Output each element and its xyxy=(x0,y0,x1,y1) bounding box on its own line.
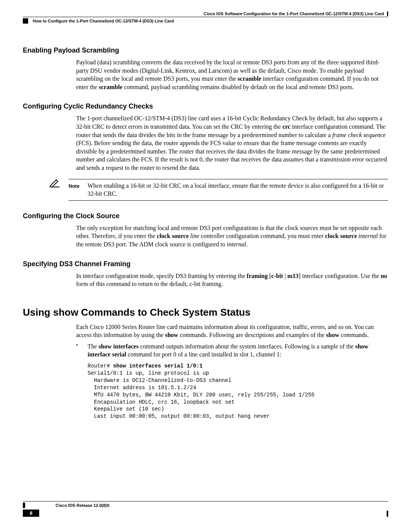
text: | xyxy=(283,273,287,279)
content: Enabling Payload Scrambling Payload (dat… xyxy=(23,46,388,420)
cmd-crc: crc xyxy=(282,123,290,130)
para-payload-scrambling: Payload (data) scrambling converts the d… xyxy=(76,58,388,91)
note-label: Note xyxy=(68,183,88,198)
arg-line: line xyxy=(190,233,199,239)
arg-cbit: c-bit xyxy=(271,273,283,279)
cmd-show-interfaces: show interfaces xyxy=(99,343,139,350)
arg-internal: internal xyxy=(358,233,378,239)
heading-payload-scrambling: Enabling Payload Scrambling xyxy=(23,46,388,54)
note-rule-bottom xyxy=(68,200,388,201)
cmd-clock-source: clock source xyxy=(325,233,357,239)
bullet-item: • The show interfaces command outputs in… xyxy=(76,342,388,359)
cmd-scramble: scramble xyxy=(237,75,261,82)
text: . xyxy=(246,241,248,248)
code-prompt: Router# xyxy=(88,363,113,369)
footer-release: Cisco IOS Release 12.0(8)S xyxy=(56,503,110,508)
text: command outputs information about the sy… xyxy=(139,343,355,350)
bullet-icon: • xyxy=(76,342,88,359)
term-fcs: frame check sequence xyxy=(332,132,386,138)
text: commands. Following are descriptions and… xyxy=(178,332,326,338)
bullet-text: The show interfaces command outputs info… xyxy=(88,342,388,359)
para-clock-source: The only exception for matching local an… xyxy=(76,224,388,249)
footer-rule xyxy=(23,501,388,502)
code-command: show interfaces serial 1/0:1 xyxy=(113,363,202,369)
footer: Cisco IOS Release 12.0(8)S 8 xyxy=(23,501,388,517)
square-icon xyxy=(23,18,28,24)
text: controller configuration command, you mu… xyxy=(199,233,325,239)
note-block: Note When enabling a 16-bit or 32-bit CR… xyxy=(49,179,388,201)
footer-row: Cisco IOS Release 12.0(8)S xyxy=(23,503,388,508)
para-show-intro: Each Cisco 12000 Series Router line card… xyxy=(76,323,388,339)
doc-title: Cisco IOS Software Configuration for the… xyxy=(204,11,388,16)
cmd-show: show xyxy=(165,332,178,338)
heading-show-commands: Using show Commands to Check System Stat… xyxy=(23,307,388,318)
para-ds3-framing: In interface configuration mode, specify… xyxy=(76,272,388,288)
text: form of this command to return to the de… xyxy=(76,281,223,287)
heading-ds3-framing: Specifying DS3 Channel Framing xyxy=(23,260,388,268)
cmd-no: no xyxy=(381,273,387,279)
page-number: 8 xyxy=(23,510,39,517)
header-rule xyxy=(23,17,388,17)
tick-icon xyxy=(387,511,388,517)
code-block: Router# show interfaces serial 1/0:1 Ser… xyxy=(88,363,388,420)
text: command for port 0 of a line card instal… xyxy=(126,351,281,358)
text: command, payload scrambling remains disa… xyxy=(123,84,354,90)
text: The xyxy=(88,343,99,350)
breadcrumb: How to Configure the 1-Port Channelized … xyxy=(33,19,174,23)
tick-icon xyxy=(23,503,25,508)
text: ] interface configuration. Use the xyxy=(298,273,381,279)
cmd-show: show xyxy=(326,332,339,338)
arg-m13: m13 xyxy=(287,273,298,279)
heading-crc: Configuring Cyclic Redundancy Checks xyxy=(23,102,388,110)
note-rule-top xyxy=(68,179,388,179)
note-content: Note When enabling a 16-bit or 32-bit CR… xyxy=(68,179,388,201)
text: commands. xyxy=(339,332,368,338)
code-output: Serial1/0:1 is up, line protocol is up H… xyxy=(88,370,315,419)
note-text: When enabling a 16-bit or 32-bit CRC on … xyxy=(88,182,388,198)
text: (FCS). Before sending the data, the rout… xyxy=(76,140,387,171)
para-crc: The 1-port channelized OC-12/STM-4 (DS3)… xyxy=(76,114,388,172)
text: [ xyxy=(268,273,271,279)
cmd-framing: framing xyxy=(247,273,268,279)
cmd-scramble: scramble xyxy=(99,84,123,90)
heading-clock-source: Configuring the Clock Source xyxy=(23,212,388,220)
header-row: Cisco IOS Software Configuration for the… xyxy=(23,11,388,16)
arg-internal: internal xyxy=(227,241,246,248)
pencil-icon xyxy=(49,179,68,187)
page: Cisco IOS Software Configuration for the… xyxy=(0,0,411,532)
cmd-clock-source: clock source xyxy=(157,233,189,239)
text: In interface configuration mode, specify… xyxy=(76,273,247,279)
breadcrumb-row: How to Configure the 1-Port Channelized … xyxy=(23,18,388,24)
